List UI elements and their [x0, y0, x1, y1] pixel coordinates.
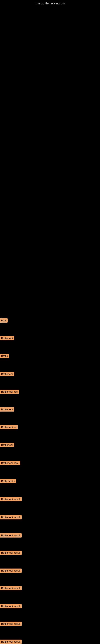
bottleneck-result-label-15: Bottleneck result [0, 568, 22, 573]
site-title: TheBottlenecker.com [0, 0, 100, 6]
bottleneck-result-label-2: Bottleneck [0, 336, 14, 340]
bottleneck-result-label-9: Bottleneck resu [0, 461, 20, 465]
bottleneck-result-label-14: Bottleneck result [0, 550, 22, 555]
bottleneck-result-label-8: Bottleneck [0, 443, 14, 447]
bottleneck-result-label-3: Bottle [0, 354, 9, 358]
bottleneck-result-label-1: Bottl [0, 318, 8, 322]
bottleneck-result-label-4: Bottleneck [0, 372, 14, 376]
bottleneck-result-label-10: Bottleneck r [0, 479, 16, 483]
bottleneck-result-label-18: Bottleneck result [0, 622, 22, 626]
bottleneck-result-label-6: Bottleneck [0, 407, 14, 412]
bottleneck-result-label-19: Bottleneck result [0, 640, 22, 644]
bottleneck-result-label-12: Bottleneck result [0, 515, 22, 520]
bottleneck-result-label-7: Bottleneck re [0, 425, 18, 429]
bottleneck-result-label-5: Bottleneck res [0, 390, 19, 394]
bottleneck-result-label-16: Bottleneck result [0, 586, 22, 590]
bottleneck-result-label-17: Bottleneck result [0, 604, 22, 608]
bottleneck-result-label-13: Bottleneck result [0, 533, 22, 538]
bottleneck-result-label-11: Bottleneck result [0, 497, 22, 501]
